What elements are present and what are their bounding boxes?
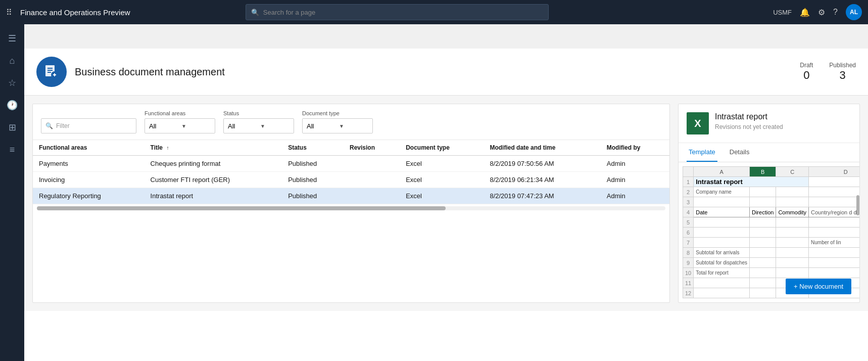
right-panel-scroll-thumb: [856, 195, 859, 215]
right-panel-subtitle: Revisions not yet created: [715, 123, 783, 130]
top-navigation: ⠿ Finance and Operations Preview 🔍 USMF …: [0, 0, 868, 24]
cell-b10: [749, 268, 776, 278]
page-icon: [36, 57, 67, 87]
draft-value: 0: [800, 69, 813, 82]
filter-search-box[interactable]: 🔍: [41, 118, 136, 133]
cell-b9: [749, 258, 776, 268]
cell-a7: [694, 238, 750, 248]
app-title: Finance and Operations Preview: [20, 8, 130, 17]
cell-a8: Subtotal for arrivals: [694, 248, 750, 258]
apps-grid-icon[interactable]: ⠿: [6, 8, 12, 17]
documents-table: Functional areas Title ↑ Status Revision: [33, 140, 669, 204]
sidebar-item-recent[interactable]: 🕐: [2, 95, 22, 115]
cell-a9: Subtotal for dispatches: [694, 258, 750, 268]
title-sort-icon: ↑: [166, 145, 169, 151]
spreadsheet-row-7: 7 Number of lin: [683, 238, 860, 248]
status-value: All: [228, 122, 257, 130]
functional-areas-label: Functional areas: [144, 110, 215, 116]
functional-areas-filter-group: Functional areas All ▼: [144, 110, 215, 133]
sidebar-item-workspaces[interactable]: ⊞: [2, 117, 22, 138]
table-row[interactable]: InvoicingCustomer FTI report (GER)Publis…: [33, 172, 669, 188]
notification-icon[interactable]: 🔔: [800, 8, 810, 17]
cell-c6: [776, 228, 809, 238]
col-header-revision[interactable]: Revision: [344, 140, 400, 156]
right-panel-title-area: Intrastat report Revisions not yet creat…: [715, 112, 783, 130]
status-chevron-icon: ▼: [260, 123, 290, 129]
cell-c3: [776, 197, 809, 207]
sidebar-item-home[interactable]: ⌂: [2, 51, 22, 71]
status-dropdown[interactable]: All ▼: [223, 118, 294, 133]
col-c-header: C: [776, 167, 809, 177]
new-document-button[interactable]: + New document: [786, 279, 851, 294]
col-header-status[interactable]: Status: [282, 140, 344, 156]
table-row[interactable]: PaymentsCheques printing formatPublished…: [33, 156, 669, 172]
header-stats: Draft 0 Published 3: [800, 62, 856, 82]
sidebar-item-modules[interactable]: ≡: [2, 140, 22, 160]
spreadsheet-row-2: 2 Company name: [683, 187, 860, 197]
table-row[interactable]: Regulatory ReportingIntrastat reportPubl…: [33, 188, 669, 204]
status-label: Status: [223, 110, 294, 116]
right-panel-title: Intrastat report: [715, 112, 783, 121]
col-header-document-type[interactable]: Document type: [400, 140, 484, 156]
cell-b5: [749, 217, 776, 228]
left-sidebar: ☰ ⌂ ☆ 🕐 ⊞ ≡: [0, 24, 24, 361]
cell-c4: Commodity: [776, 207, 809, 217]
corner-cell: [683, 167, 694, 177]
cell-a2: Company name: [694, 187, 750, 197]
tab-details[interactable]: Details: [728, 143, 752, 162]
search-icon: 🔍: [251, 9, 259, 16]
cell-b2: [749, 187, 776, 197]
right-panel-scrollbar[interactable]: [856, 195, 859, 272]
search-input[interactable]: [263, 9, 543, 16]
document-type-label: Document type: [302, 110, 373, 116]
document-type-value: All: [307, 122, 336, 130]
draft-stat: Draft 0: [800, 62, 813, 82]
cell-c10: [776, 268, 809, 278]
spreadsheet-row-9: 9 Subtotal for dispatches: [683, 258, 860, 268]
sidebar-item-favorites[interactable]: ☆: [2, 73, 22, 93]
cell-c5: [776, 217, 809, 228]
svg-rect-2: [47, 70, 53, 71]
user-avatar[interactable]: AL: [846, 4, 862, 20]
spreadsheet-row-3: 3: [683, 197, 860, 207]
col-header-modified-by[interactable]: Modified by: [601, 140, 669, 156]
cell-d7: Number of lin: [809, 238, 859, 248]
spreadsheet-row-8: 8 Subtotal for arrivals: [683, 248, 860, 258]
cell-d4: Country/region d destination: [809, 207, 859, 217]
sidebar-menu-toggle[interactable]: ☰: [2, 28, 22, 49]
svg-rect-3: [47, 72, 51, 73]
filter-input[interactable]: [56, 122, 132, 129]
col-header-modified-date[interactable]: Modified date and time: [484, 140, 600, 156]
document-type-dropdown[interactable]: All ▼: [302, 118, 373, 133]
functional-areas-dropdown[interactable]: All ▼: [144, 118, 215, 133]
cell-d8: [809, 248, 859, 258]
cell-c9: [776, 258, 809, 268]
page-title: Business document management: [75, 66, 225, 78]
nav-right-section: USMF 🔔 ⚙ ? AL: [773, 4, 862, 20]
company-label: USMF: [773, 9, 792, 16]
horizontal-scrollbar[interactable]: [37, 206, 665, 210]
document-type-filter-group: Document type All ▼: [302, 110, 373, 133]
cell-a6: [694, 228, 750, 238]
col-header-title[interactable]: Title ↑: [144, 140, 282, 156]
main-content: Business document management Draft 0 Pub…: [24, 49, 868, 361]
spreadsheet-row-5: 5: [683, 217, 860, 228]
tab-template[interactable]: Template: [687, 143, 717, 162]
cell-d9: [809, 258, 859, 268]
status-filter-group: Status All ▼: [223, 110, 294, 133]
cell-a10: Total for report: [694, 268, 750, 278]
published-label: Published: [829, 62, 856, 69]
published-value: 3: [829, 69, 856, 82]
cell-c7: [776, 238, 809, 248]
cell-b11: [749, 278, 776, 288]
help-icon[interactable]: ?: [833, 8, 838, 17]
settings-icon[interactable]: ⚙: [818, 8, 825, 17]
col-header-functional-areas[interactable]: Functional areas: [33, 140, 144, 156]
functional-areas-chevron-icon: ▼: [181, 123, 211, 129]
cell-d1: [809, 177, 859, 187]
cell-d2: [809, 187, 859, 197]
panel-tabs: Template Details: [679, 143, 859, 162]
search-bar[interactable]: 🔍: [246, 4, 549, 20]
cell-a12: [694, 288, 750, 298]
right-panel-header: X Intrastat report Revisions not yet cre…: [679, 104, 859, 143]
